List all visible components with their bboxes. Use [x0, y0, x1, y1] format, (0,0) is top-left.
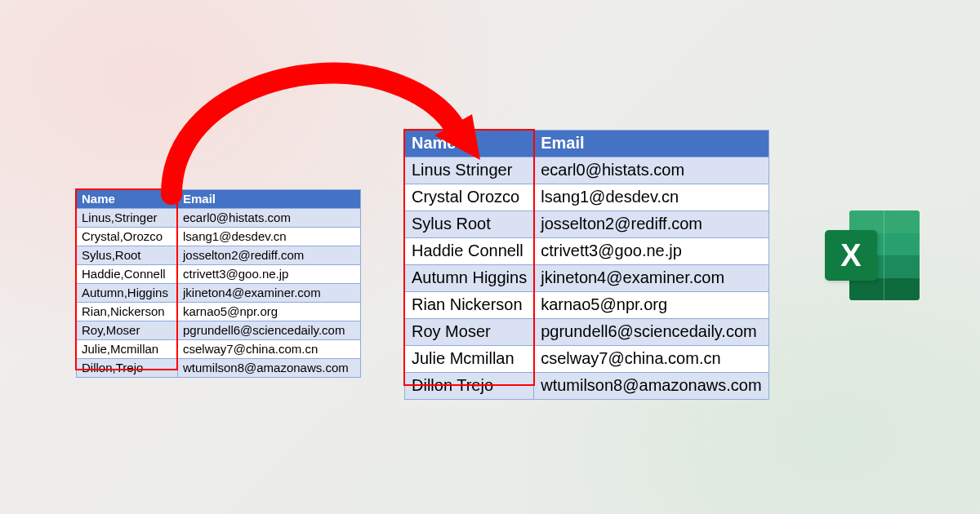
table-row: Rian Nickersonkarnao5@npr.org — [405, 292, 769, 319]
table-row: Julie,Mcmillancselway7@china.com.cn — [77, 340, 361, 359]
table-row: Haddie,Connellctrivett3@goo.ne.jp — [77, 265, 361, 284]
table-row: Dillon,Trejowtumilson8@amazonaws.com — [77, 359, 361, 378]
table-row: Roy Moserpgrundell6@sciencedaily.com — [405, 319, 769, 346]
source-table: Name Email Linus,Stringerecarl0@histats.… — [76, 189, 361, 378]
result-table: Name Email Linus Stringerecarl0@histats.… — [404, 130, 769, 400]
table-row: Rian,Nickersonkarnao5@npr.org — [77, 303, 361, 321]
table-row: Crystal Orozcolsang1@desdev.cn — [405, 184, 769, 211]
table-row: Linus,Stringerecarl0@histats.com — [77, 209, 361, 228]
source-table-header-name: Name — [77, 190, 178, 209]
table-row: Autumn,Higginsjkineton4@examiner.com — [77, 284, 361, 303]
table-row: Autumn Higginsjkineton4@examiner.com — [405, 265, 769, 292]
result-table-header-email: Email — [534, 131, 768, 157]
table-row: Julie Mcmillancselway7@china.com.cn — [405, 346, 769, 373]
table-row: Roy,Moserpgrundell6@sciencedaily.com — [77, 321, 361, 340]
table-row: Sylus,Rootjosselton2@rediff.com — [77, 246, 361, 265]
table-row: Crystal,Orozcolsang1@desdev.cn — [77, 228, 361, 246]
source-table-header-email: Email — [178, 190, 361, 209]
table-row: Haddie Connellctrivett3@goo.ne.jp — [405, 238, 769, 265]
table-row: Linus Stringerecarl0@histats.com — [405, 157, 769, 184]
excel-logo-icon: X — [825, 210, 921, 300]
result-table-header-name: Name — [405, 131, 534, 157]
table-row: Dillon Trejowtumilson8@amazonaws.com — [405, 373, 769, 400]
table-row: Sylus Rootjosselton2@rediff.com — [405, 211, 769, 238]
